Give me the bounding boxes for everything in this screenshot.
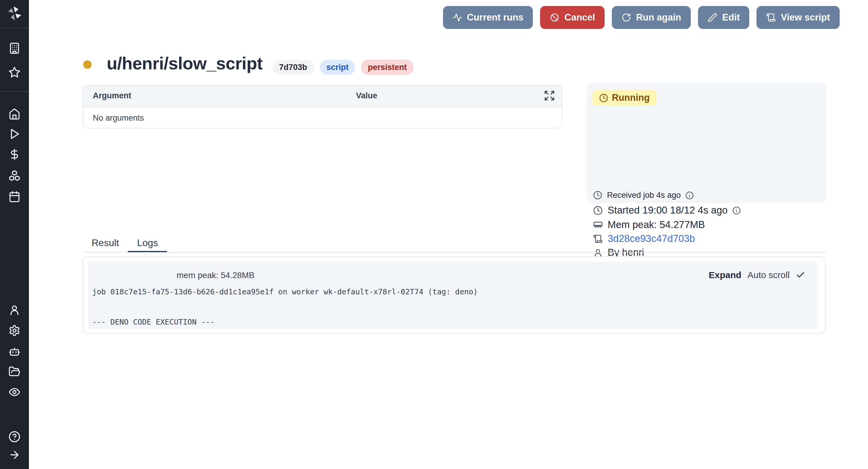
sidebar-item-settings[interactable] (8, 325, 21, 336)
job-status-dot (83, 60, 92, 69)
log-expand-button[interactable]: Expand (709, 270, 741, 280)
expand-table-button[interactable] (544, 90, 555, 101)
help-circle-icon (8, 431, 21, 443)
running-status-label: Running (612, 92, 650, 103)
sidebar (0, 0, 29, 469)
script-hash-row: 3d28ce93c47d703b (593, 233, 695, 244)
check-icon[interactable] (796, 270, 805, 280)
sidebar-item-audit-logs[interactable] (8, 386, 21, 398)
building-icon (8, 42, 21, 54)
windmill-logo-icon[interactable] (6, 5, 23, 22)
auto-scroll-toggle-label[interactable]: Auto scroll (747, 270, 789, 280)
received-job-row: Received job 4s ago (593, 190, 694, 200)
job-status-panel: Running Received job 4s ago Started 19:0… (587, 83, 826, 203)
gear-icon (8, 325, 21, 336)
activity-icon (453, 13, 462, 22)
sidebar-divider (0, 91, 29, 92)
robot-icon (8, 346, 21, 358)
screen: Current runs Cancel Run again Edit View … (0, 0, 868, 469)
refresh-icon (621, 13, 631, 22)
mem-peak-text: Mem peak: 54.277MB (608, 219, 705, 230)
arguments-table: Argument Value No arguments (83, 85, 562, 128)
user-icon (8, 304, 21, 316)
sidebar-item-folders[interactable] (8, 365, 21, 378)
sidebar-item-users[interactable] (8, 304, 21, 316)
run-again-label: Run again (636, 12, 681, 23)
no-arguments-text: No arguments (93, 113, 144, 122)
scroll-icon (593, 234, 603, 243)
scroll-icon (767, 13, 776, 22)
mem-peak-row: Mem peak: 54.277MB (593, 219, 705, 230)
sidebar-item-favorites[interactable] (8, 66, 21, 79)
running-status-badge: Running (592, 90, 656, 106)
page-title: u/henri/slow_script (107, 54, 262, 74)
hash-badge: 7d703b (273, 60, 314, 75)
cancel-label: Cancel (564, 12, 595, 23)
result-logs-tabs: Result Logs (83, 235, 167, 253)
tab-result[interactable]: Result (83, 235, 128, 253)
arrow-right-icon (8, 449, 21, 461)
home-icon (8, 108, 21, 120)
dollar-icon (8, 148, 21, 160)
current-runs-label: Current runs (467, 12, 524, 23)
view-script-button[interactable]: View script (757, 6, 840, 29)
cancel-button[interactable]: Cancel (540, 6, 605, 29)
sidebar-item-resources[interactable] (8, 170, 21, 182)
argument-column-header: Argument (93, 91, 131, 100)
star-icon (8, 66, 21, 79)
clock-icon (599, 93, 608, 102)
sidebar-expand-toggle[interactable] (8, 449, 21, 461)
sidebar-item-variables[interactable] (8, 148, 21, 160)
started-row: Started 19:00 18/12 4s ago (593, 204, 741, 216)
sidebar-item-workers[interactable] (8, 346, 21, 358)
sidebar-item-workspace[interactable] (8, 42, 21, 54)
boxes-icon (8, 170, 21, 182)
ban-icon (550, 13, 560, 22)
clock-icon (593, 190, 602, 200)
folder-open-icon (8, 365, 21, 378)
app-window: Current runs Cancel Run again Edit View … (0, 0, 868, 469)
tabs-bottom-border (83, 252, 826, 253)
log-output: job 018c7e15-fa75-13d6-b626-dd1c1ea95e1f… (92, 284, 478, 329)
received-job-text: Received job 4s ago (607, 190, 681, 200)
current-runs-button[interactable]: Current runs (443, 6, 533, 29)
tab-result-label: Result (92, 238, 119, 248)
started-text: Started 19:00 18/12 4s ago (608, 204, 727, 216)
table-row: No arguments (83, 107, 562, 128)
arguments-table-header: Argument Value (83, 86, 562, 107)
script-hash-link[interactable]: 3d28ce93c47d703b (608, 233, 695, 244)
play-icon (8, 128, 21, 140)
run-again-button[interactable]: Run again (612, 6, 691, 29)
calendar-icon (8, 190, 21, 203)
eye-icon (8, 386, 21, 398)
sidebar-item-schedules[interactable] (8, 190, 21, 203)
info-icon[interactable] (686, 191, 694, 199)
info-icon[interactable] (733, 206, 741, 214)
edit-label: Edit (722, 12, 740, 23)
sidebar-item-home[interactable] (8, 108, 21, 120)
edit-button[interactable]: Edit (698, 6, 749, 29)
topbar-actions: Current runs Cancel Run again Edit View … (443, 6, 840, 29)
expand-icon (544, 90, 555, 101)
log-controls: Expand Auto scroll (709, 270, 805, 280)
tab-logs-label: Logs (137, 238, 158, 248)
view-script-label: View script (781, 12, 830, 23)
sidebar-item-help[interactable] (8, 431, 21, 443)
clock-icon (593, 205, 603, 215)
value-column-header: Value (356, 91, 377, 100)
kind-badge: script (320, 60, 355, 75)
sidebar-divider (0, 28, 29, 28)
pencil-icon (708, 13, 717, 22)
log-line-job: job 018c7e15-fa75-13d6-b626-dd1c1ea95e1f… (92, 287, 478, 296)
memory-icon (593, 220, 603, 230)
sidebar-item-runs[interactable] (8, 128, 21, 140)
log-viewer: mem peak: 54.28MB Expand Auto scroll job… (88, 262, 817, 329)
logs-card: mem peak: 54.28MB Expand Auto scroll job… (83, 256, 826, 333)
log-mem-peak: mem peak: 54.28MB (177, 270, 254, 280)
persistent-badge: persistent (361, 60, 413, 75)
log-line-exec: --- DENO CODE EXECUTION --- (92, 317, 215, 326)
tab-logs[interactable]: Logs (128, 235, 167, 253)
title-badges: 7d703b script persistent (273, 60, 413, 75)
